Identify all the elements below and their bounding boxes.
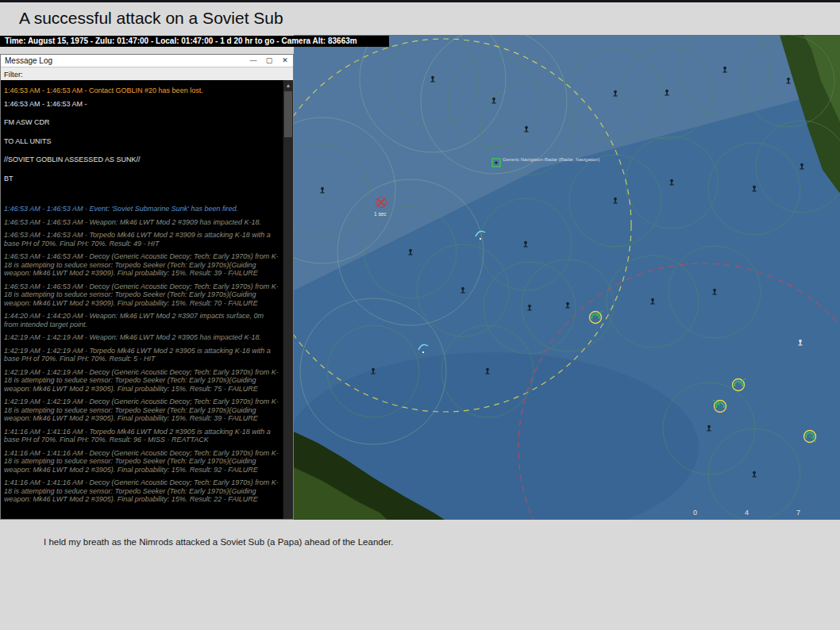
- scroll-up-icon[interactable]: ▲: [283, 80, 293, 90]
- maximize-icon[interactable]: ▢: [261, 55, 277, 67]
- log-message: 1:46:53 AM - 1:46:53 AM -: [4, 100, 279, 109]
- log-message: FM ASW CDR: [4, 118, 279, 127]
- close-icon[interactable]: ✕: [277, 55, 293, 67]
- window-controls: — ▢ ✕: [245, 55, 293, 67]
- message-log-titlebar[interactable]: Message Log — ▢ ✕: [1, 55, 293, 67]
- log-message: 1:46:53 AM - 1:46:53 AM - Torpedo Mk46 L…: [4, 231, 279, 248]
- log-message: 1:46:53 AM - 1:46:53 AM - Decoy (Generic…: [4, 282, 279, 308]
- log-message: 1:41:16 AM - 1:41:16 AM - Decoy (Generic…: [4, 449, 279, 474]
- tactical-map[interactable]: Generic Navigation Radar (Radar, Navigat…: [294, 35, 840, 520]
- scroll-thumb[interactable]: [284, 91, 292, 137]
- log-message: 1:46:53 AM - 1:46:53 AM - Weapon: Mk46 L…: [4, 218, 279, 227]
- log-message: 1:41:16 AM - 1:41:16 AM - Decoy (Generic…: [4, 478, 279, 504]
- log-message: 1:41:16 AM - 1:41:16 AM - Torpedo Mk46 L…: [4, 428, 279, 444]
- log-message: 1:46:53 AM - 1:46:53 AM - Decoy (Generic…: [4, 252, 279, 278]
- message-log-title: Message Log: [5, 56, 52, 65]
- message-log-list: 1:46:53 AM - 1:46:53 AM - Contact GOBLIN…: [1, 80, 283, 519]
- log-message: 1:42:19 AM - 1:42:19 AM - Weapon: Mk46 L…: [4, 333, 279, 342]
- filter-row: Filter:: [1, 67, 293, 81]
- window-top-edge: [0, 0, 840, 2]
- minimize-icon[interactable]: —: [245, 55, 261, 67]
- log-message: 1:44:20 AM - 1:44:20 AM - Weapon: Mk46 L…: [4, 312, 279, 328]
- time-status-bar: Time: August 15, 1975 - Zulu: 01:47:00 -…: [0, 36, 389, 47]
- log-message: 1:42:19 AM - 1:42:19 AM - Decoy (Generic…: [4, 368, 279, 394]
- message-log-window: Message Log — ▢ ✕ Filter: 1:46:53 AM - 1…: [0, 54, 294, 520]
- filter-label: Filter:: [4, 70, 23, 79]
- log-message: 1:46:53 AM - 1:46:53 AM - Contact GOBLIN…: [4, 86, 279, 95]
- scale-tick-0: 0: [693, 509, 697, 517]
- caption: I held my breath as the Nimrods attacked…: [44, 537, 393, 547]
- scale-tick-7: 7: [796, 509, 800, 517]
- log-message: 1:42:19 AM - 1:42:19 AM - Torpedo Mk46 L…: [4, 347, 279, 363]
- log-message: BT: [4, 175, 279, 183]
- scale-tick-4: 4: [745, 509, 749, 517]
- log-scrollbar[interactable]: ▲: [283, 80, 293, 519]
- log-message: 1:42:19 AM - 1:42:19 AM - Decoy (Generic…: [4, 398, 279, 423]
- contact-label: 1 sec: [374, 211, 387, 217]
- page-title: A successful attack on a Soviet Sub: [19, 9, 283, 28]
- log-message: TO ALL UNITS: [4, 137, 279, 146]
- map-svg: Generic Navigation Radar (Radar, Navigat…: [294, 35, 840, 520]
- radar-label: Generic Navigation Radar (Radar, Navigat…: [503, 157, 599, 162]
- log-message: 1:46:53 AM - 1:46:53 AM - Event: 'Soviet…: [4, 205, 279, 213]
- log-message: //SOVIET GOBLIN ASSESSED AS SUNK//: [4, 156, 279, 164]
